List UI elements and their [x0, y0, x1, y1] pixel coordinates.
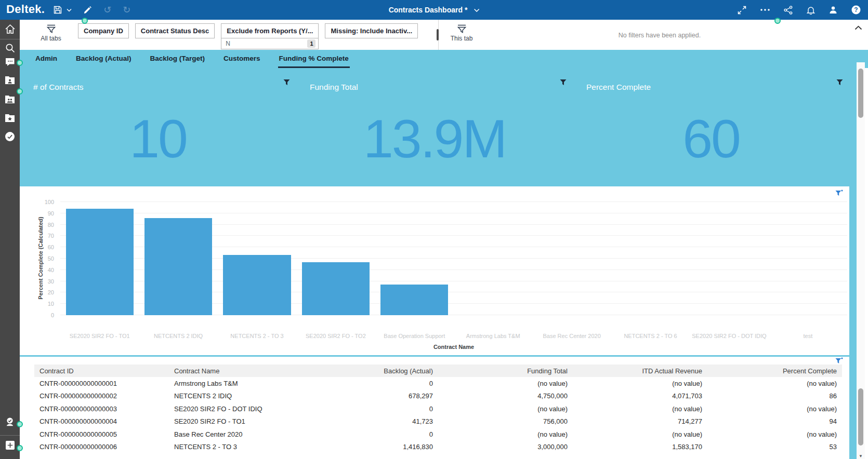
y-tick-label: 70	[48, 233, 54, 239]
kpi-filter-icon[interactable]	[560, 78, 567, 88]
expand-icon[interactable]	[738, 6, 746, 15]
bar[interactable]	[66, 209, 134, 315]
cell: CNTR-000000000000005	[34, 430, 169, 438]
table-body: CNTR-000000000000001Armstrong Labs T&M0(…	[34, 377, 842, 453]
tab-backlog-actual[interactable]: Backlog (Actual)	[75, 50, 133, 68]
y-tick-label: 90	[48, 210, 54, 217]
filter-bar-scrollbar-thumb[interactable]	[437, 29, 439, 40]
bar-slot	[218, 202, 296, 315]
cell: CNTR-000000000000003	[34, 405, 169, 413]
x-tick-label: Base Rec Center 2020	[532, 333, 611, 339]
kpi-title: # of Contracts	[33, 83, 84, 92]
left-sidebar	[0, 20, 20, 459]
bar[interactable]	[302, 262, 370, 315]
column-header-backlog-actual[interactable]: Backlog (Actual)	[304, 367, 438, 375]
scrollbar-down-arrow-icon[interactable]: ▼	[857, 454, 865, 458]
all-tabs-filter[interactable]: All tabs	[32, 24, 70, 42]
cell: (no value)	[438, 405, 573, 413]
cell: CNTR-000000000000001	[34, 380, 169, 387]
tab-funding-complete[interactable]: Funding % Complete	[278, 50, 350, 68]
cell: 678,297	[304, 392, 438, 400]
bar[interactable]	[380, 285, 448, 315]
kpi-filter-icon[interactable]	[283, 78, 290, 88]
save-dropdown-chevron-icon[interactable]	[67, 8, 72, 12]
filter-chip-value-row[interactable]: N1	[221, 38, 318, 49]
deltek-logo: Deltek.	[0, 3, 53, 17]
undo-icon[interactable]: ↺	[103, 5, 111, 15]
kpi-value: 60	[573, 112, 849, 166]
column-header-percent-complete[interactable]: Percent Complete	[707, 367, 842, 375]
bar-slot	[690, 202, 768, 315]
favorites-folder-icon[interactable]	[0, 114, 20, 123]
this-tab-filter[interactable]: This tab	[443, 24, 480, 42]
notifications-bell-icon[interactable]	[807, 6, 815, 15]
check-circle-icon[interactable]	[0, 131, 20, 142]
bar[interactable]	[223, 255, 291, 315]
filter-chip-company-id[interactable]: Company ID	[78, 23, 129, 38]
notification-badge	[82, 18, 88, 24]
cell: 756,000	[438, 417, 573, 425]
column-header-funding-total[interactable]: Funding Total	[438, 367, 573, 375]
filter-chip-missing-include-inactiv[interactable]: Missing: Include Inactiv...	[325, 23, 418, 38]
table-header-row: Contract IDContract NameBacklog (Actual)…	[34, 365, 842, 377]
cell: SE2020 SIR2 FO - DOT IDIQ	[169, 405, 304, 413]
cell: 714,277	[573, 417, 707, 425]
bar-slot	[532, 202, 611, 315]
column-header-contract-name[interactable]: Contract Name	[169, 367, 304, 375]
more-options-icon[interactable]	[760, 9, 770, 11]
chart-x-axis-title: Contract Name	[60, 344, 847, 350]
filter-chip-exclude-from-reports-y[interactable]: Exclude from Reports (Y/...N1	[221, 23, 319, 49]
save-icon[interactable]	[53, 5, 62, 15]
home-icon[interactable]	[0, 24, 20, 34]
filter-chip-label: Company ID	[78, 24, 128, 38]
filter-chips: Company IDContract Status DescExclude fr…	[78, 23, 418, 49]
dashboard-content: # of Contracts10Funding Total13.9MPercen…	[20, 68, 868, 459]
x-tick-label: NETCENTS 2 - TO 3	[218, 333, 296, 339]
help-icon[interactable]: ?	[851, 5, 861, 15]
column-header-itd-actual-revenue[interactable]: ITD Actual Revenue	[573, 367, 707, 375]
scrollbar-thumb[interactable]	[858, 388, 863, 446]
tab-admin[interactable]: Admin	[34, 50, 58, 68]
svg-text:?: ?	[854, 6, 858, 14]
cell: 3,000,000	[438, 443, 573, 451]
table-row[interactable]: CNTR-000000000000003SE2020 SIR2 FO - DOT…	[34, 402, 842, 415]
redo-icon[interactable]: ↻	[123, 5, 130, 15]
no-filters-message: No filters have been applied.	[514, 32, 806, 39]
kpi-widget-of-contracts: # of Contracts10	[20, 68, 296, 186]
collapse-filter-bar-chevron-icon[interactable]	[854, 23, 862, 32]
table-row[interactable]: CNTR-000000000000004SE2020 SIR2 FO - TO1…	[34, 415, 842, 428]
user-icon[interactable]	[829, 6, 837, 14]
cell: (no value)	[438, 430, 573, 438]
y-tick-label: 10	[48, 301, 54, 307]
chart-widget: Percent Complete (Calculated) 0102030405…	[20, 186, 849, 355]
dashboard-title[interactable]: Contracts Dashboard *	[389, 6, 480, 14]
funnel-icon	[46, 24, 57, 34]
bar-slot	[769, 202, 847, 315]
kpi-filter-icon[interactable]	[836, 78, 843, 88]
tab-customers[interactable]: Customers	[222, 50, 261, 68]
edit-pencil-icon[interactable]	[83, 6, 92, 15]
vertical-scrollbar[interactable]: ▼	[857, 62, 865, 459]
table-row[interactable]: CNTR-000000000000001Armstrong Labs T&M0(…	[34, 377, 842, 390]
bar[interactable]	[144, 218, 212, 315]
table-row[interactable]: CNTR-000000000000005Base Rec Center 2020…	[34, 428, 842, 441]
kpi-widget-percent-complete: Percent Complete60	[573, 68, 849, 186]
cell: 1,583,170	[573, 443, 707, 451]
filter-chip-contract-status-desc[interactable]: Contract Status Desc	[135, 23, 215, 38]
groups-folder-icon[interactable]	[0, 95, 20, 104]
column-header-contract-id[interactable]: Contract ID	[34, 367, 169, 375]
scrollbar-thumb[interactable]	[858, 69, 863, 118]
cell: 0	[304, 380, 438, 387]
search-icon[interactable]	[0, 43, 20, 53]
cell: 41,723	[304, 417, 438, 425]
tab-backlog-target[interactable]: Backlog (Target)	[149, 50, 206, 68]
y-tick-label: 100	[45, 199, 54, 205]
table-row[interactable]: CNTR-000000000000006NETCENTS 2 - TO 31,4…	[34, 441, 842, 454]
y-tick-label: 0	[51, 312, 54, 318]
table-row[interactable]: CNTR-000000000000002NETCENTS 2 IDIQ678,2…	[34, 390, 842, 403]
y-tick-label: 40	[48, 267, 54, 273]
kpi-band: # of Contracts10Funding Total13.9MPercen…	[20, 68, 849, 186]
share-icon[interactable]	[784, 6, 793, 15]
contacts-folder-icon[interactable]	[0, 76, 20, 85]
chart-filter-icon[interactable]	[835, 190, 843, 199]
